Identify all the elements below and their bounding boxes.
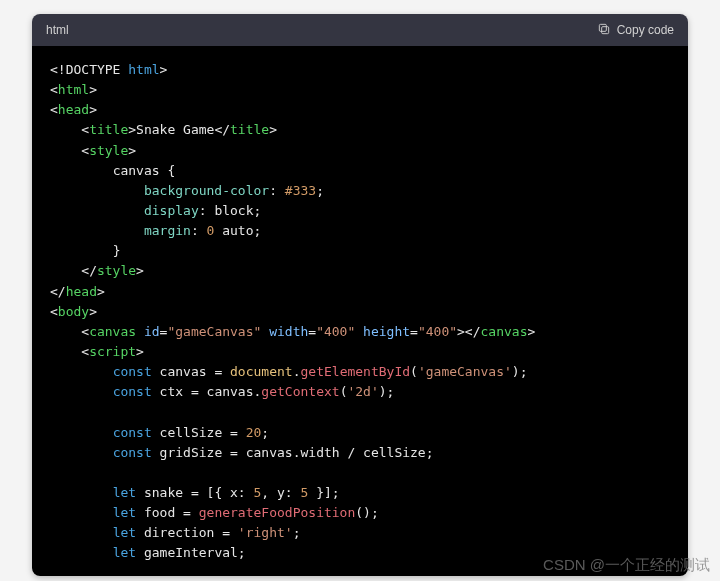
copy-code-button[interactable]: Copy code <box>597 22 674 39</box>
code-header: html Copy code <box>32 14 688 46</box>
clipboard-icon <box>597 22 611 39</box>
svg-rect-0 <box>601 26 608 33</box>
language-label: html <box>46 23 69 37</box>
svg-rect-1 <box>599 24 606 31</box>
copy-code-label: Copy code <box>617 23 674 37</box>
code-block: html Copy code <!DOCTYPE html> <html> <h… <box>32 14 688 576</box>
code-content: <!DOCTYPE html> <html> <head> <title>Sna… <box>32 46 688 576</box>
